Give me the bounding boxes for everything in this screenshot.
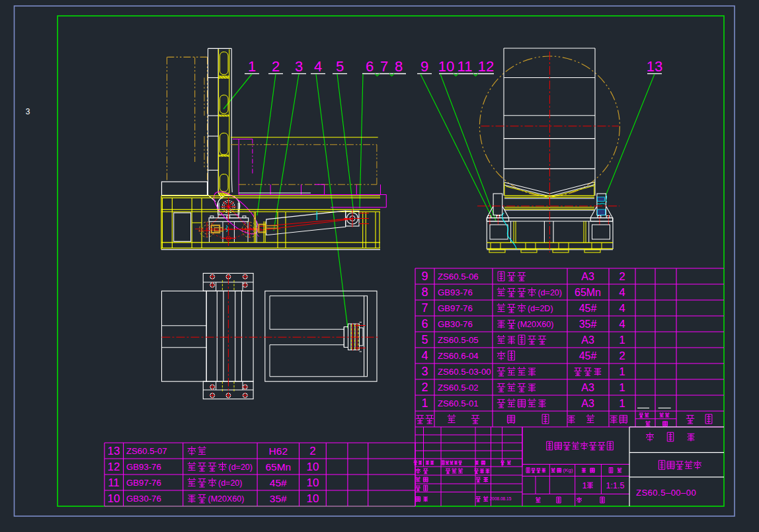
svg-text:3: 3 <box>295 58 303 75</box>
svg-text:3: 3 <box>26 107 30 116</box>
svg-text:65Mn: 65Mn <box>265 461 291 473</box>
svg-text:1: 1 <box>248 58 256 75</box>
svg-text:11: 11 <box>458 58 473 75</box>
svg-text:(d=20): (d=20) <box>538 288 562 297</box>
svg-text:GB30-76: GB30-76 <box>126 494 161 504</box>
svg-text:A3: A3 <box>581 398 594 409</box>
svg-text:65Mn: 65Mn <box>575 287 601 298</box>
svg-text:ZS60.5-03-00: ZS60.5-03-00 <box>438 367 491 377</box>
svg-text:2008.08.15: 2008.08.15 <box>490 496 512 501</box>
svg-text:2: 2 <box>421 381 428 394</box>
svg-text:45#: 45# <box>579 303 597 314</box>
svg-text:11: 11 <box>108 476 120 489</box>
svg-text:10: 10 <box>307 461 319 473</box>
svg-text:7: 7 <box>421 301 428 315</box>
svg-text:12: 12 <box>478 58 494 75</box>
svg-text:1:1.5: 1:1.5 <box>606 481 625 490</box>
svg-text:13: 13 <box>108 445 120 457</box>
svg-text:10: 10 <box>108 492 120 505</box>
svg-text:GB93-76: GB93-76 <box>438 287 473 297</box>
svg-text:8: 8 <box>395 58 403 75</box>
svg-text:10: 10 <box>307 476 319 489</box>
svg-text:(d=20): (d=20) <box>218 478 242 488</box>
svg-text:6: 6 <box>421 317 428 330</box>
svg-text:2: 2 <box>619 350 625 362</box>
svg-text:7: 7 <box>380 58 388 75</box>
svg-text:6: 6 <box>366 58 374 75</box>
svg-text:5: 5 <box>336 58 344 75</box>
svg-text:1: 1 <box>421 397 428 410</box>
svg-text:GB97-76: GB97-76 <box>438 303 473 313</box>
svg-text:2: 2 <box>272 58 280 75</box>
svg-text:1: 1 <box>619 365 625 378</box>
svg-text:GB93-76: GB93-76 <box>126 462 161 472</box>
svg-text:10: 10 <box>307 492 319 505</box>
svg-text:ZS60.5-07: ZS60.5-07 <box>126 446 167 456</box>
svg-text:45#: 45# <box>579 350 597 361</box>
svg-text:(d=2D): (d=2D) <box>528 304 553 313</box>
svg-text:10: 10 <box>438 58 454 75</box>
svg-text:(d=20): (d=20) <box>229 463 253 472</box>
svg-text:9: 9 <box>420 58 428 75</box>
svg-text:9: 9 <box>421 270 428 283</box>
svg-text:ZS60.5-05: ZS60.5-05 <box>438 335 479 345</box>
svg-text:H62: H62 <box>269 445 288 457</box>
svg-text:1: 1 <box>619 397 625 410</box>
svg-text:12: 12 <box>108 461 120 473</box>
svg-text:(Kg): (Kg) <box>563 467 573 473</box>
svg-text:ZS60.6-04: ZS60.6-04 <box>438 351 479 361</box>
svg-text:ZS60.5-01: ZS60.5-01 <box>438 399 479 408</box>
svg-text:1: 1 <box>582 480 586 490</box>
svg-text:GB30-76: GB30-76 <box>438 319 473 329</box>
svg-text:A3: A3 <box>581 382 594 393</box>
svg-text:3: 3 <box>421 365 428 378</box>
svg-text:A3: A3 <box>581 271 594 282</box>
svg-text:(M20X60): (M20X60) <box>208 494 245 504</box>
svg-text:4: 4 <box>619 286 625 299</box>
svg-text:ZS60.5-02: ZS60.5-02 <box>438 383 479 393</box>
svg-text:2: 2 <box>309 445 315 457</box>
svg-text:4: 4 <box>421 349 428 362</box>
svg-text:ZS60.5-06: ZS60.5-06 <box>438 272 479 282</box>
svg-text:4: 4 <box>619 318 625 330</box>
svg-text:8: 8 <box>421 285 428 299</box>
svg-text:2: 2 <box>619 270 625 283</box>
svg-text:ZS60.5–00–00: ZS60.5–00–00 <box>636 488 696 498</box>
svg-text:4: 4 <box>619 302 625 315</box>
svg-text:13: 13 <box>647 58 662 75</box>
svg-text:4: 4 <box>314 58 322 75</box>
svg-text:35#: 35# <box>579 319 597 330</box>
svg-text:1: 1 <box>619 381 625 394</box>
svg-text:(M20X60): (M20X60) <box>518 320 554 329</box>
svg-text:35#: 35# <box>270 493 287 504</box>
svg-text:GB97-76: GB97-76 <box>126 478 161 488</box>
svg-text:5: 5 <box>421 333 428 346</box>
svg-text:1: 1 <box>619 334 625 346</box>
svg-text:45#: 45# <box>270 477 287 488</box>
svg-text:A3: A3 <box>581 334 594 346</box>
